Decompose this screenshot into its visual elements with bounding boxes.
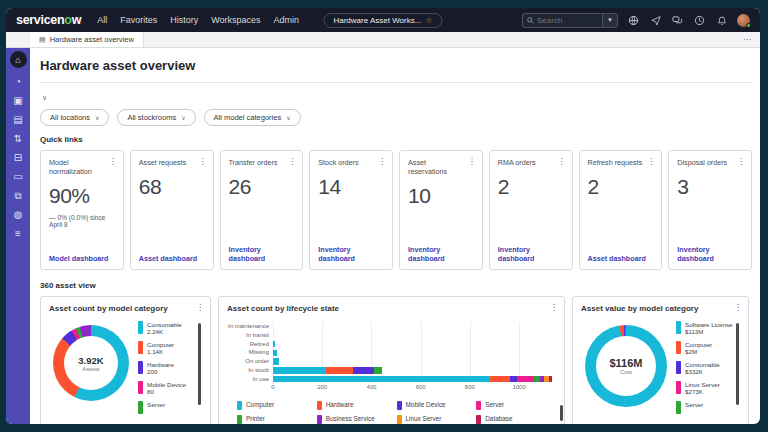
legend-swatch <box>676 341 681 354</box>
legend-swatch <box>138 341 143 354</box>
donut-center-label: Assets <box>82 366 99 372</box>
stacked-bar <box>273 367 556 374</box>
card-dashboard-link[interactable]: Model dashboard <box>49 254 115 263</box>
card-title: Asset requests <box>139 158 205 167</box>
clock-icon[interactable] <box>693 14 706 27</box>
nav-item-history[interactable]: History <box>170 15 198 25</box>
legend-value: 80 <box>147 388 186 395</box>
card-menu-icon[interactable]: ⋮ <box>647 157 655 166</box>
inventory-icon[interactable]: ⊟ <box>14 153 22 163</box>
nav-item-all[interactable]: All <box>97 15 107 25</box>
nav-item-admin[interactable]: Admin <box>274 15 300 25</box>
tab-overflow-button[interactable]: ⋯ <box>743 35 752 44</box>
globe-icon[interactable] <box>627 14 640 27</box>
top-header: servicenow AllFavoritesHistoryWorkspaces… <box>6 8 760 32</box>
document-icon[interactable]: ▭ <box>13 172 22 182</box>
nav-item-favorites[interactable]: Favorites <box>120 15 157 25</box>
tasks-icon[interactable]: ▤ <box>13 115 22 125</box>
search-input[interactable] <box>537 16 597 25</box>
chevron-down-icon[interactable]: ∨ <box>42 94 47 101</box>
x-axis-tick: 1000 <box>512 384 525 390</box>
card-menu-icon[interactable]: ⋮ <box>288 157 296 166</box>
list-icon[interactable]: ≡ <box>15 229 21 239</box>
card-dashboard-link[interactable]: Inventory dashboard <box>408 245 474 263</box>
assets-icon[interactable]: ▣ <box>13 96 22 106</box>
bar-row <box>273 366 556 375</box>
legend-label: Business Service <box>326 415 375 424</box>
legend-text: Software License$113M <box>685 321 732 336</box>
legend-item: Printer <box>237 415 317 424</box>
transfer-icon[interactable]: ⇅ <box>14 134 22 144</box>
legend-swatch <box>317 415 322 424</box>
legend-label: Consumable <box>685 361 720 368</box>
stacked-bar <box>273 376 556 383</box>
card-menu-icon[interactable]: ⋮ <box>558 157 566 166</box>
chart-menu-icon[interactable]: ⋮ <box>734 303 742 312</box>
bell-icon[interactable] <box>715 14 728 27</box>
x-axis-tick: 800 <box>465 384 475 390</box>
workspace-favorite-pill[interactable]: Hardware Asset Works... ☆ <box>323 13 442 28</box>
legend-swatch <box>138 381 143 394</box>
app-window: servicenow AllFavoritesHistoryWorkspaces… <box>6 8 760 424</box>
chart-menu-icon[interactable]: ⋮ <box>550 303 558 312</box>
card-value: 90% <box>49 184 115 208</box>
card-menu-icon[interactable]: ⋮ <box>109 157 117 166</box>
x-axis-tick: 600 <box>416 384 426 390</box>
legend-scrollbar[interactable] <box>736 323 739 405</box>
donut-legend: Consumable2.24KComputer1.14KHardware200M… <box>138 321 202 419</box>
filter-pill-all-locations[interactable]: All locations∨ <box>40 109 109 126</box>
card-dashboard-link[interactable]: Inventory dashboard <box>677 245 743 263</box>
user-avatar[interactable] <box>737 14 750 27</box>
legend-swatch <box>317 401 322 410</box>
card-menu-icon[interactable]: ⋮ <box>737 157 745 166</box>
card-dashboard-link[interactable]: Inventory dashboard <box>498 245 564 263</box>
catalog-icon[interactable]: ⧉ <box>14 191 21 201</box>
chart-card-2: Asset value by model category⋮$116MCostS… <box>572 296 749 424</box>
bar-segment-server <box>517 376 534 383</box>
dashboard-icon[interactable]: ◔ <box>15 77 21 87</box>
donut-chart: 3.92KAssets <box>53 325 129 401</box>
primary-nav: AllFavoritesHistoryWorkspacesAdmin <box>97 15 299 25</box>
card-value: 26 <box>229 175 295 199</box>
card-dashboard-link[interactable]: Asset dashboard <box>588 254 654 263</box>
tab-document-icon: ▤ <box>39 36 46 44</box>
chart-menu-icon[interactable]: ⋮ <box>196 303 204 312</box>
bar-plot-wrap: In maintenanceIn transitRetiredMissingOn… <box>227 322 556 384</box>
legend-scrollbar[interactable] <box>560 405 563 421</box>
y-axis-label: In use <box>227 375 273 384</box>
header-actions: ▼ <box>522 13 750 28</box>
filter-pill-all-model-categories[interactable]: All model categories∨ <box>204 109 301 126</box>
stacked-bar <box>273 341 556 348</box>
card-delta: — 0% (0.0%) since April 8 <box>49 214 115 228</box>
reports-icon[interactable]: ◍ <box>14 210 23 220</box>
legend-swatch <box>237 401 242 410</box>
home-icon[interactable]: ⌂ <box>10 51 27 68</box>
legend-scrollbar[interactable] <box>198 323 201 405</box>
quick-links-row: Model normalization⋮90%— 0% (0.0%) since… <box>40 150 752 270</box>
filter-label: All stockrooms <box>127 113 176 122</box>
card-dashboard-link[interactable]: Asset dashboard <box>139 254 205 263</box>
bar-segment-computer <box>273 341 275 348</box>
card-menu-icon[interactable]: ⋮ <box>199 157 207 166</box>
search-box[interactable] <box>522 13 602 28</box>
legend-swatch <box>676 401 681 414</box>
legend-label: Consumable <box>147 321 182 328</box>
card-dashboard-link[interactable]: Inventory dashboard <box>318 245 384 263</box>
card-dashboard-link[interactable]: Inventory dashboard <box>229 245 295 263</box>
bar-segment-printer <box>374 367 383 374</box>
legend-item: Hardware200 <box>138 361 195 376</box>
legend-label: Linux Server <box>685 381 720 388</box>
nav-item-workspaces[interactable]: Workspaces <box>211 15 260 25</box>
filter-pill-all-stockrooms[interactable]: All stockrooms∨ <box>117 109 195 126</box>
card-menu-icon[interactable]: ⋮ <box>468 157 476 166</box>
paper-plane-icon[interactable] <box>649 14 662 27</box>
card-menu-icon[interactable]: ⋮ <box>378 157 386 166</box>
conversations-icon[interactable] <box>671 14 684 27</box>
y-axis-label: Retired <box>227 340 273 349</box>
search-scope-dropdown[interactable]: ▼ <box>602 13 618 28</box>
filter-collapse-bar: ∨ <box>40 82 752 104</box>
servicenow-logo[interactable]: servicenow <box>16 13 81 27</box>
favorite-star-icon[interactable]: ☆ <box>425 16 432 25</box>
tab-hardware-asset-overview[interactable]: ▤ Hardware asset overview <box>30 32 144 47</box>
x-axis-tick: 200 <box>317 384 327 390</box>
